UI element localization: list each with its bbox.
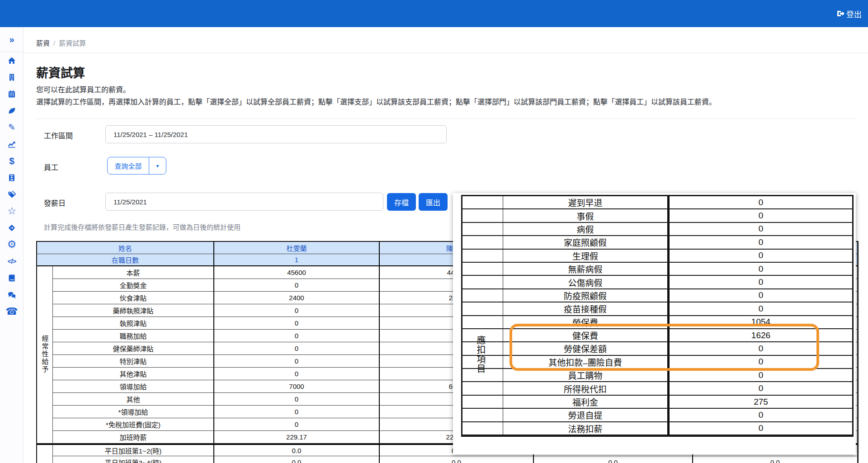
deduction-group-cell bbox=[462, 422, 503, 435]
deduction-row: 員工購物 0 bbox=[462, 369, 852, 382]
deduction-label-cell: 疫苗接種假 bbox=[503, 302, 670, 316]
deduction-value-cell: 0 bbox=[670, 356, 852, 369]
deduction-label-cell: 遲到早退 bbox=[503, 196, 670, 209]
deduction-group-cell bbox=[462, 382, 503, 395]
deduction-label-cell: 公傷病假 bbox=[503, 276, 670, 289]
deduction-value-cell: 1626 bbox=[670, 329, 852, 342]
logout-button[interactable]: 登出 bbox=[836, 7, 862, 20]
deduction-group-cell bbox=[462, 263, 503, 276]
code-icon[interactable]: </> bbox=[0, 253, 24, 269]
group-label-cell bbox=[37, 444, 53, 463]
page-description-line1: 您可以在此試算員工的薪資。 bbox=[36, 84, 130, 94]
deduction-label-cell: 勞健保差額 bbox=[503, 342, 670, 355]
page-title: 薪資試算 bbox=[36, 63, 85, 81]
deduction-label-cell: 其他扣款–團險自費 bbox=[503, 356, 670, 369]
leaf-icon[interactable] bbox=[0, 102, 24, 119]
chevron-down-icon[interactable]: ▾ bbox=[149, 157, 166, 174]
deduction-value-cell: 0 bbox=[670, 223, 852, 236]
days-header-cell: 在職日數 bbox=[37, 254, 214, 266]
deduction-label-cell: 員工購物 bbox=[503, 369, 670, 382]
id-card-icon[interactable] bbox=[0, 169, 24, 186]
breadcrumb-separator: / bbox=[53, 39, 55, 47]
deduction-value-cell: 0 bbox=[670, 263, 852, 276]
deduction-group-cell bbox=[462, 250, 503, 263]
employee-label: 員工 bbox=[44, 161, 58, 172]
deduction-label-cell: 無薪病假 bbox=[503, 263, 670, 276]
deduction-zoom-panel: 遲到早退 0 事假 0 病假 0 bbox=[453, 193, 856, 454]
logout-label: 登出 bbox=[846, 8, 862, 19]
deduction-row: 其他扣款–團險自費 0 bbox=[462, 356, 852, 369]
tags-icon[interactable] bbox=[0, 186, 24, 203]
deduction-group-cell bbox=[462, 396, 503, 409]
sidebar-nav: ✎ $ ☆ ⚙ </> ☎ bbox=[0, 52, 24, 320]
deduction-label-cell: 健保費 bbox=[503, 329, 670, 342]
divider bbox=[36, 118, 857, 119]
deduction-value-cell: 0 bbox=[670, 422, 852, 435]
deduction-value-cell: 0 bbox=[670, 236, 852, 249]
page-description-line2: 選擇試算的工作區間，再選擇加入計算的員工，點擊「選擇全部」以試算全部員工薪資；點… bbox=[36, 96, 850, 107]
group-label-cell: 經常性給予 bbox=[37, 266, 53, 444]
deduction-row: 勞健保差額 0 bbox=[462, 342, 852, 355]
deduction-label-cell: 事假 bbox=[503, 209, 670, 222]
save-button[interactable]: 存檔 bbox=[387, 193, 416, 211]
calendar-icon[interactable] bbox=[0, 85, 24, 102]
deduction-group-cell bbox=[462, 196, 503, 209]
deduction-row: 福利金 275 bbox=[462, 396, 852, 409]
breadcrumb-current: 薪資試算 bbox=[59, 39, 86, 47]
deduction-group-cell bbox=[462, 302, 503, 316]
star-icon[interactable]: ☆ bbox=[0, 203, 24, 219]
breadcrumb-parent[interactable]: 薪資 bbox=[36, 39, 50, 47]
days-cell: 1 bbox=[214, 254, 380, 266]
deduction-label-cell: 所得稅代扣 bbox=[503, 382, 670, 395]
deduction-value-cell: 0 bbox=[670, 369, 852, 382]
deduction-label-cell: 法務扣薪 bbox=[503, 422, 670, 435]
export-button[interactable]: 匯出 bbox=[419, 193, 448, 211]
deduction-row: 遲到早退 0 bbox=[462, 196, 852, 209]
home-icon[interactable] bbox=[0, 52, 24, 69]
deduction-row: 勞退自提 0 bbox=[462, 409, 852, 422]
divider bbox=[24, 53, 868, 53]
pay-date-input[interactable]: 11/25/2021 bbox=[105, 193, 383, 211]
deduction-value-cell: 0 bbox=[670, 289, 852, 302]
deduction-value-cell: 0 bbox=[670, 276, 852, 289]
diamond-turn-right-icon[interactable] bbox=[0, 219, 24, 236]
deduction-label-cell: 生理假 bbox=[503, 250, 670, 263]
sign-out-icon bbox=[836, 9, 844, 18]
deduction-value-cell: 0 bbox=[670, 342, 852, 355]
work-period-input[interactable]: 11/25/2021 – 11/25/2021 bbox=[105, 125, 447, 143]
dollar-icon[interactable]: $ bbox=[0, 152, 24, 169]
deduction-label-cell: 福利金 bbox=[503, 396, 670, 409]
sidebar-collapse-icon[interactable]: » bbox=[0, 27, 24, 52]
chart-line-icon[interactable] bbox=[0, 136, 24, 152]
app-window: 登出 » ✎ $ bbox=[0, 0, 868, 463]
deduction-group-cell bbox=[462, 276, 503, 289]
query-all-split-button[interactable]: 查詢全部 ▾ bbox=[107, 157, 166, 175]
form-note: 計算完成後存檔將依發薪日產生發薪記錄，可做為日後的統計使用 bbox=[44, 222, 241, 232]
name-header-cell: 姓名 bbox=[37, 242, 214, 254]
query-all-button[interactable]: 查詢全部 bbox=[108, 157, 149, 174]
employee-name-cell: 杜雯蘭 bbox=[214, 242, 380, 254]
comments-icon[interactable] bbox=[0, 286, 24, 303]
phone-icon[interactable]: ☎ bbox=[0, 303, 24, 320]
book-icon[interactable] bbox=[0, 269, 24, 286]
deduction-value-cell: 0 bbox=[670, 196, 852, 209]
building-icon[interactable] bbox=[0, 69, 24, 85]
deduction-value-cell: 0 bbox=[670, 209, 852, 222]
top-bar: 登出 bbox=[0, 0, 868, 27]
work-period-label: 工作區間 bbox=[44, 130, 73, 141]
deduction-group-cell bbox=[462, 316, 503, 329]
deduction-value-cell: 0 bbox=[670, 409, 852, 422]
deduction-group-label: 應扣項目 bbox=[474, 335, 487, 373]
deduction-group-cell bbox=[462, 209, 503, 222]
deduction-label-cell: 勞退自提 bbox=[503, 409, 670, 422]
deduction-row: 家庭照顧假 0 bbox=[462, 236, 852, 249]
deduction-row: 無薪病假 0 bbox=[462, 263, 852, 276]
table-row: 平日加班第3~4(時)0.00.00.00.0 bbox=[37, 456, 858, 463]
pencil-icon[interactable]: ✎ bbox=[0, 119, 24, 136]
breadcrumb: 薪資/薪資試算 bbox=[36, 38, 86, 47]
gear-icon[interactable]: ⚙ bbox=[0, 236, 24, 253]
deduction-value-cell: 275 bbox=[670, 396, 852, 409]
deduction-value-cell: 1054 bbox=[670, 316, 852, 329]
deduction-row: 所得稅代扣 0 bbox=[462, 382, 852, 395]
deduction-row: 生理假 0 bbox=[462, 250, 852, 263]
